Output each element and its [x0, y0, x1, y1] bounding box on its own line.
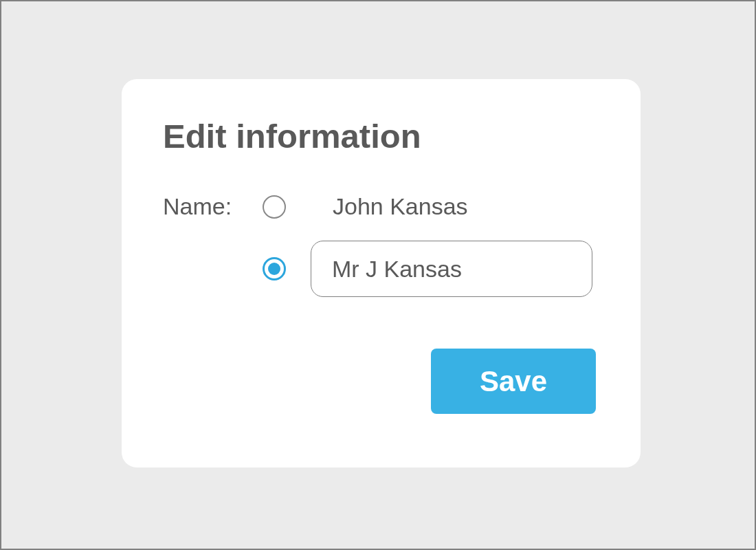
button-row: Save	[163, 349, 599, 414]
name-option-1-value: John Kansas	[311, 193, 468, 220]
save-button[interactable]: Save	[431, 349, 596, 414]
name-option-row-1: Name: John Kansas	[163, 193, 599, 220]
name-input[interactable]	[311, 241, 592, 297]
edit-information-card: Edit information Name: John Kansas Save	[122, 79, 641, 468]
card-title: Edit information	[163, 117, 599, 155]
name-label: Name:	[163, 193, 263, 220]
name-option-2-radio[interactable]	[263, 257, 286, 280]
name-option-row-2	[163, 241, 599, 297]
name-option-1-radio[interactable]	[263, 195, 286, 219]
